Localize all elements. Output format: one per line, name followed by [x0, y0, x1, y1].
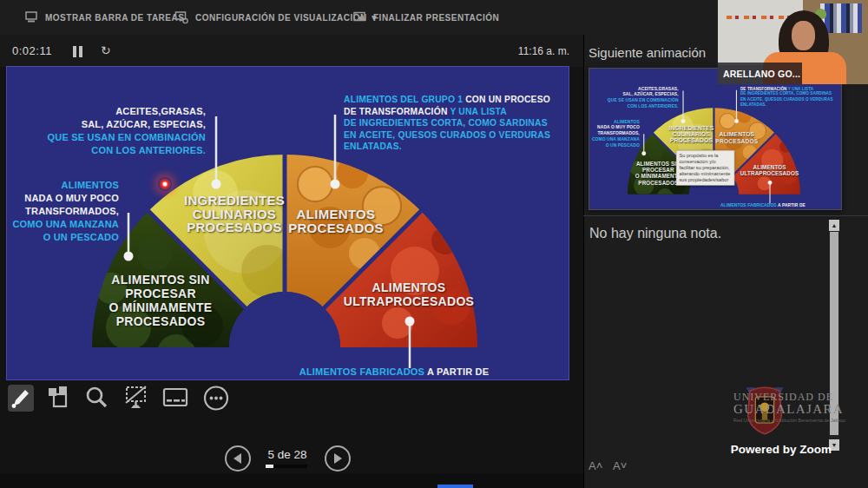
notes-font-increase-button[interactable]: A˄ [589, 459, 602, 472]
current-time: 11:16 a. m. [486, 45, 569, 57]
display-settings-icon [174, 10, 188, 24]
page-progress-bar [266, 465, 307, 468]
main-slide[interactable]: ACEITES,GRASAS, SAL, AZÚCAR, ESPECIAS, Q… [7, 67, 569, 379]
participant-name-tag: ARELLANO GO... [718, 63, 802, 84]
next-animation-header: Siguiente animación [589, 45, 706, 60]
restart-timer-button[interactable]: ↻ [101, 43, 111, 57]
callout-ultraprocessed-caption: ALIMENTOS FABRICADOS A PARTIR DE PROCEDI… [264, 366, 524, 379]
main-slide[interactable]: ACEITES,GRASAS, SAL, AZÚCAR, ESPECIAS, Q… [589, 69, 841, 208]
end-presentation-label: FINALIZAR PRESENTACIÓN [373, 13, 499, 23]
pen-tool-button[interactable] [8, 385, 34, 412]
taskbar-accent [437, 485, 473, 488]
pen-icon [8, 385, 34, 412]
callout-processed: ALIMENTOS DEL GRUPO 1 CON UN PROCESO DE … [740, 81, 838, 107]
more-options-button[interactable] [203, 385, 229, 412]
presenter-face [792, 21, 815, 50]
panel-divider [583, 215, 868, 216]
end-presentation-button[interactable]: FINALIZAR PRESENTACIÓN [352, 0, 499, 35]
notes-font-decrease-button[interactable]: A˅ [613, 459, 627, 472]
elapsed-timer: 0:02:11 [12, 44, 52, 57]
subtitle-toggle-button[interactable] [162, 385, 188, 412]
university-tagline: Red Universitaria e Institución Beneméri… [733, 418, 845, 423]
black-screen-button[interactable] [123, 385, 149, 412]
callout-unprocessed: ALIMENTOS NADA O MUY POCO TRANSFORMADOS,… [7, 179, 119, 244]
pause-timer-button[interactable] [73, 46, 83, 57]
powered-by-zoom: Powered by Zoom [0, 443, 832, 456]
wedge-label-ultraprocessed: ALIMENTOSULTRAPROCESADOS [738, 164, 801, 176]
callout-ultraprocessed-caption: ALIMENTOS FABRICADOS A PARTIR DE PROCEDI… [705, 202, 821, 208]
wedge-label-processed: ALIMENTOSPROCESADOS [266, 208, 405, 235]
annotation-toolbar [0, 382, 583, 417]
zoom-presenter-screen: { "top_toolbar": { "show_taskbar": "MOST… [0, 0, 868, 488]
end-presentation-icon [352, 10, 366, 24]
display-settings-button[interactable]: CONFIGURACIÓN DE VISUALIZACIÓN ▼ [174, 0, 378, 35]
callout-culinary-ingredients: ACEITES,GRASAS, SAL, AZÚCAR, ESPECIAS, Q… [32, 105, 206, 157]
wedge-label-processed: ALIMENTOSPROCESADOS [706, 132, 768, 144]
callout-processed: ALIMENTOS DEL GRUPO 1 CON UN PROCESO DE … [344, 94, 562, 153]
laser-pointer [158, 177, 172, 191]
callout-culinary-ingredients: ACEITES,GRASAS, SAL, AZÚCAR, ESPECIAS, Q… [601, 86, 679, 109]
scroll-up-button[interactable]: ▲ [829, 220, 839, 231]
webcam-video[interactable]: ARELLANO GO... [718, 0, 868, 84]
show-taskbar-label: MOSTRAR BARRA DE TAREAS [45, 13, 184, 23]
notes-empty-text: No hay ninguna nota. [589, 226, 721, 241]
pause-icon [73, 46, 76, 57]
participant-name: ARELLANO GO... [718, 69, 800, 79]
show-taskbar-button[interactable]: MOSTRAR BARRA DE TAREAS [24, 0, 184, 35]
animation-tooltip: Su propósito es la conservación y/o faci… [676, 150, 734, 185]
callout-unprocessed: ALIMENTOS NADA O MUY POCO TRANSFORMADOS,… [589, 119, 640, 148]
slide-sorter-button[interactable] [46, 385, 72, 412]
next-slide-thumbnail: ACEITES,GRASAS, SAL, AZÚCAR, ESPECIAS, Q… [589, 68, 842, 210]
magnifier-button[interactable] [83, 385, 109, 412]
wedge-label-ultraprocessed: ALIMENTOSULTRAPROCESADOS [339, 280, 479, 308]
university-name-line2: GUADALAJARA [733, 402, 844, 417]
wedge-label-unprocessed: ALIMENTOS SINPROCESAR O MÍNIMAMENTEPROCE… [91, 273, 230, 328]
taskbar-icon [24, 10, 38, 24]
display-settings-label: CONFIGURACIÓN DE VISUALIZACIÓN ▼ [195, 13, 378, 23]
